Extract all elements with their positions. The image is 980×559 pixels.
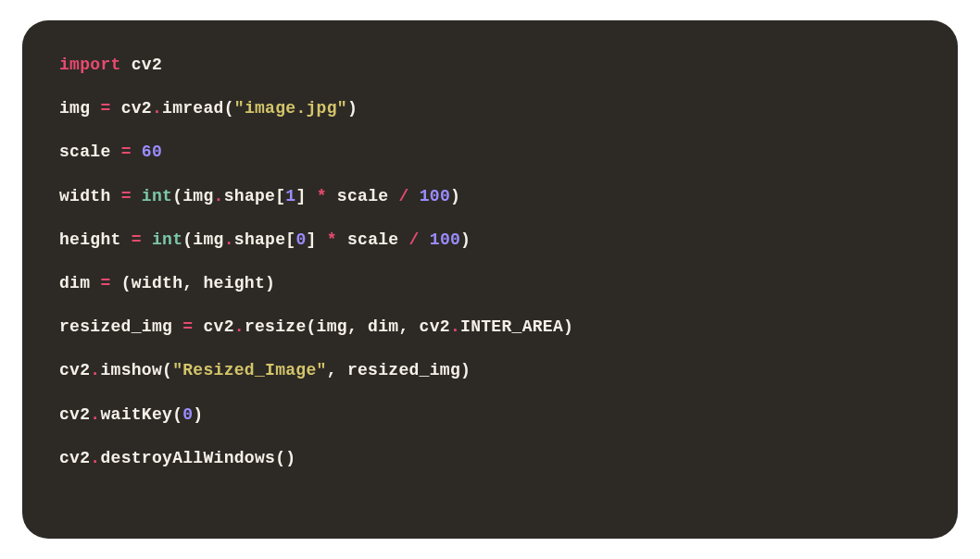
code-token: INTER_AREA) xyxy=(460,317,573,336)
code-token xyxy=(132,143,142,161)
code-token: imshow( xyxy=(100,361,172,379)
code-token: width xyxy=(59,187,121,205)
code-token: resize(img, dim, cv2 xyxy=(245,317,450,336)
code-token: * xyxy=(327,230,337,249)
code-token xyxy=(409,187,420,205)
code-token: . xyxy=(90,405,100,424)
code-token: = xyxy=(121,143,132,161)
code-token: cv2 xyxy=(111,99,152,118)
code-block: import cv2img = cv2.imread("image.jpg")s… xyxy=(22,20,958,539)
code-token: = xyxy=(132,230,142,249)
code-token: "Resized_Image" xyxy=(172,361,327,379)
code-token: img xyxy=(59,99,100,118)
code-token: ) xyxy=(347,99,358,118)
code-token: dim xyxy=(59,274,100,292)
code-token: . xyxy=(450,317,460,336)
code-token: = xyxy=(121,187,132,205)
code-token xyxy=(132,187,142,205)
code-line-9: cv2.destroyAllWindows() xyxy=(59,447,921,470)
code-token: ) xyxy=(450,187,460,205)
code-token: cv2 xyxy=(121,56,162,74)
code-token: (width, height) xyxy=(111,274,276,292)
code-line-3: width = int(img.shape[1] * scale / 100) xyxy=(59,185,921,208)
code-token: 60 xyxy=(142,143,162,161)
code-token: ] xyxy=(307,230,327,249)
code-token: (img xyxy=(172,187,213,205)
code-line-7: cv2.imshow("Resized_Image", resized_img) xyxy=(59,359,921,382)
code-token: 100 xyxy=(430,230,460,249)
code-token: shape[ xyxy=(234,230,296,249)
code-token xyxy=(142,230,152,249)
code-token: cv2 xyxy=(59,361,90,379)
code-line-6: resized_img = cv2.resize(img, dim, cv2.I… xyxy=(59,316,921,339)
code-line-8: cv2.waitKey(0) xyxy=(59,404,921,427)
code-token: cv2 xyxy=(59,449,90,467)
code-token: cv2 xyxy=(193,317,233,336)
code-token: * xyxy=(317,187,327,205)
code-token: shape[ xyxy=(224,187,286,205)
code-token: scale xyxy=(59,143,121,161)
code-token: resized_img xyxy=(59,317,182,336)
code-token: = xyxy=(100,274,110,292)
code-token: / xyxy=(409,230,420,249)
code-token: . xyxy=(90,449,100,467)
code-line-2: scale = 60 xyxy=(59,141,921,164)
code-lines-container: import cv2img = cv2.imread("image.jpg")s… xyxy=(59,54,921,470)
code-token: int xyxy=(152,230,182,249)
code-token: destroyAllWindows() xyxy=(100,449,295,467)
code-token: ] xyxy=(295,187,316,205)
code-token: ) xyxy=(193,405,203,424)
code-token: height xyxy=(59,230,132,249)
code-line-4: height = int(img.shape[0] * scale / 100) xyxy=(59,229,921,252)
code-token: . xyxy=(90,361,100,379)
code-token: ) xyxy=(460,230,471,249)
code-token: . xyxy=(214,187,224,205)
code-token: , resized_img) xyxy=(327,361,471,379)
code-token: . xyxy=(224,230,234,249)
code-token: = xyxy=(100,99,110,118)
code-token: 0 xyxy=(295,230,306,249)
code-token: 1 xyxy=(285,187,295,205)
code-token: import xyxy=(59,56,121,74)
code-token: waitKey( xyxy=(100,405,182,424)
code-line-5: dim = (width, height) xyxy=(59,272,921,295)
code-token: cv2 xyxy=(59,405,90,424)
code-token: int xyxy=(142,187,172,205)
code-token: "image.jpg" xyxy=(234,99,347,118)
code-line-0: import cv2 xyxy=(59,54,921,77)
code-token: = xyxy=(182,317,193,336)
code-token: 100 xyxy=(420,187,450,205)
code-token: . xyxy=(152,99,162,118)
code-token: 0 xyxy=(182,405,193,424)
code-token: imread( xyxy=(162,99,234,118)
code-token: scale xyxy=(337,230,409,249)
code-line-1: img = cv2.imread("image.jpg") xyxy=(59,97,921,120)
code-token: scale xyxy=(327,187,399,205)
code-token: / xyxy=(398,187,408,205)
code-token: . xyxy=(234,317,245,336)
code-token xyxy=(420,230,430,249)
code-token: (img xyxy=(182,230,223,249)
